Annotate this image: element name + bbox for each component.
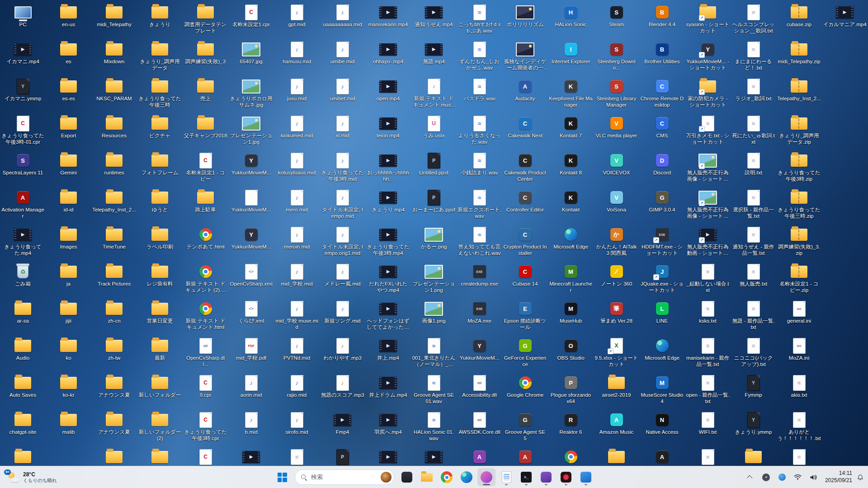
desktop-icon[interactable]: 父子キャンプ2018	[183, 114, 228, 151]
music-app-button[interactable]	[557, 468, 575, 486]
desktop-icon[interactable]: ▶井上ドラム.mp4	[365, 373, 411, 410]
desktop-icon[interactable]: レジ袋有料	[137, 262, 183, 299]
desktop-icon[interactable]: CCubase 14	[502, 262, 548, 299]
desktop-icon[interactable]: プレゼンテーション1.png	[411, 262, 457, 299]
desktop-icon[interactable]: 筆筆まめ Ver.28	[594, 299, 639, 336]
desktop-icon[interactable]: ↗家の防犯カメラ - ショートカット	[685, 77, 731, 114]
desktop-icon[interactable]: ar-sa	[0, 299, 46, 336]
desktop-icon[interactable]: きょうり食ってた午後三時.zip	[776, 188, 822, 225]
desktop-icon[interactable]: ♪meroin.mid	[274, 225, 320, 262]
desktop-icon[interactable]: 売上	[183, 77, 228, 114]
desktop-icon[interactable]: ♪kiokumed.mid	[274, 114, 320, 151]
desktop-icon[interactable]: きょうり食ってた午後3時.zip	[776, 151, 822, 188]
desktop-icon[interactable]: A	[457, 447, 502, 466]
desktop-icon[interactable]: ゆうと	[137, 188, 183, 225]
desktop-icon[interactable]: ♪PVTNd.mid	[274, 336, 320, 373]
desktop-icon[interactable]: dllAccessibility.dll	[457, 373, 502, 410]
desktop-icon[interactable]: NNative Access	[639, 410, 685, 447]
search-daily-image-icon[interactable]	[381, 472, 392, 483]
desktop-icon[interactable]: ▶きょうり.mp4	[365, 188, 411, 225]
desktop-icon[interactable]: SSteinberg Downlo...	[594, 40, 639, 77]
desktop-icon[interactable]: PPlogue sforzando x64	[548, 373, 594, 410]
desktop-icon[interactable]: ≡ksks.txt	[685, 299, 731, 336]
desktop-icon[interactable]: ≡open - 親作品一覧.txt	[685, 373, 731, 410]
desktop-icon[interactable]: MMuseHub	[548, 299, 594, 336]
desktop-icon[interactable]: zh-cn	[91, 299, 137, 336]
desktop-icon[interactable]: AAudacity	[502, 77, 548, 114]
desktop-icon[interactable]: ▶	[411, 447, 457, 466]
desktop-icon[interactable]: midi_Telepathy	[91, 3, 137, 40]
desktop-icon[interactable]: きょうりボカロ用サムネ.jpg	[228, 77, 274, 114]
desktop-icon[interactable]: ポリリリリズム	[502, 3, 548, 40]
desktop-icon[interactable]: ▶羽尻へ.mp4	[365, 410, 411, 447]
desktop-icon[interactable]: GGeForce Experience	[502, 336, 548, 373]
desktop-icon[interactable]: LLINE	[639, 299, 685, 336]
tray-app-1[interactable]: ×	[759, 469, 774, 485]
desktop-icon[interactable]: Microsoft Edge	[639, 336, 685, 373]
desktop-icon[interactable]: 画像1.png	[411, 299, 457, 336]
search-input[interactable]: 検索	[295, 469, 394, 485]
desktop-icon[interactable]: EEpson 接続診断ツール	[502, 299, 548, 336]
desktop-icon[interactable]: id-id	[46, 188, 91, 225]
desktop-icon[interactable]: ▶井上.mp4	[365, 336, 411, 373]
desktop-icon[interactable]: 65407.jpg	[228, 40, 274, 77]
desktop-icon[interactable]: ▶だれだFXいれたやつ.mp4	[365, 262, 411, 299]
network-button[interactable]	[791, 469, 805, 485]
desktop-icon[interactable]: ≡akis.txt	[776, 373, 822, 410]
desktop-icon[interactable]: en-us	[46, 3, 91, 40]
terminal-button[interactable]: >_	[517, 468, 535, 486]
desktop-icon[interactable]: ▶	[365, 447, 411, 466]
desktop-icon[interactable]: YukkuriMovieM...	[228, 188, 274, 225]
desktop-icon[interactable]: MMuseScore Studio 4	[639, 373, 685, 410]
desktop-icon[interactable]: ≈Groove Agent SE 01.wav	[411, 373, 457, 410]
desktop-icon[interactable]: iniMoZA.ini	[776, 336, 822, 373]
desktop-icon[interactable]: ≡通知うぜえ - 親作品一覧.txt	[731, 225, 776, 262]
desktop-icon[interactable]: DDiscord	[639, 151, 685, 188]
desktop-icon[interactable]: ≡無題 - 親作品一覧.txt	[731, 299, 776, 336]
desktop-icon[interactable]: A	[639, 447, 685, 466]
desktop-icon[interactable]: Pおーまーにあ.ppsf	[411, 188, 457, 225]
desktop-icon[interactable]: midi_Telepathy.zip	[776, 40, 822, 77]
desktop-icon[interactable]: cubase.zip	[776, 3, 822, 40]
desktop-icon[interactable]: Cきょうり食ってた午後3時-01.cpr	[0, 114, 46, 151]
desktop-icon[interactable]: 調声練習(失敗)_3	[183, 40, 228, 77]
volume-button[interactable]	[807, 469, 821, 485]
desktop-icon[interactable]: airset2-2019	[594, 373, 639, 410]
desktop-icon[interactable]: ≡	[685, 447, 731, 466]
desktop-icon[interactable]: Uうみ.ustx	[411, 114, 457, 151]
desktop-icon[interactable]: Cきょうり食ってた午後3時.cpr	[183, 410, 228, 447]
desktop-icon[interactable]: テンポあて.html	[183, 225, 228, 262]
desktop-icon[interactable]: ↗無人販売不正行為画像 - ショートカッ...	[685, 151, 731, 188]
desktop-icon[interactable]: ♪rajio.mid	[274, 373, 320, 410]
edge-button[interactable]	[458, 468, 476, 486]
desktop-icon[interactable]: ▶きょうり食ってた午後3時.mp4	[365, 225, 411, 262]
desktop-icon[interactable]	[731, 447, 776, 466]
start-button[interactable]	[273, 468, 291, 486]
desktop-icon[interactable]: C名称未設定1 - コピー	[183, 151, 228, 188]
photos-app-button[interactable]	[477, 468, 495, 486]
desktop-icon[interactable]: Gemini	[46, 151, 91, 188]
desktop-icon[interactable]: ♪uaaaaaaaaa.mid	[320, 3, 365, 40]
desktop-icon[interactable]: ≈新規エクスポート.wav	[457, 188, 502, 225]
desktop-icon[interactable]: ≈HALion Sonic 01.wav	[411, 410, 457, 447]
desktop-icon[interactable]: CChrome Remote Desktop	[639, 77, 685, 114]
desktop-icon[interactable]: ≡ヘルスコンプレッション__歌詞.txt	[731, 3, 776, 40]
desktop-icon[interactable]: PUntitled.ppsf	[411, 151, 457, 188]
desktop-icon[interactable]: CCakewalk Next	[502, 114, 548, 151]
desktop-icon[interactable]: ♪jusu.mid	[274, 77, 320, 114]
desktop-icon[interactable]: きょうり食ってた午後三時	[137, 77, 183, 114]
code-app-button[interactable]	[577, 468, 595, 486]
desktop-icon[interactable]: es	[46, 40, 91, 77]
desktop-icon[interactable]: PC	[0, 3, 46, 40]
desktop-icon[interactable]: ↗syasinn - ショートカット	[685, 3, 731, 40]
desktop-icon[interactable]: TimeTune	[91, 225, 137, 262]
desktop-icon[interactable]: EXE↗HDDFMT.exe - ショートカット	[639, 225, 685, 262]
desktop-icon[interactable]: ≈こっちbhすおf d s b ぶあ.wav	[457, 3, 502, 40]
desktop-icon[interactable]: ≡	[274, 447, 320, 466]
desktop-icon[interactable]: ≡無人販売.txt	[731, 262, 776, 299]
desktop-icon[interactable]: AActivation Manager	[0, 188, 46, 225]
desktop-icon[interactable]: かかんたん！AITalk 3 関西風	[594, 225, 639, 262]
desktop-icon[interactable]: 孤独なインディゲーム開発者の一生...	[502, 40, 548, 77]
desktop-icon[interactable]: 新しいフォルダー	[137, 373, 183, 410]
desktop-icon[interactable]: ♪メドレー風.mid	[320, 262, 365, 299]
